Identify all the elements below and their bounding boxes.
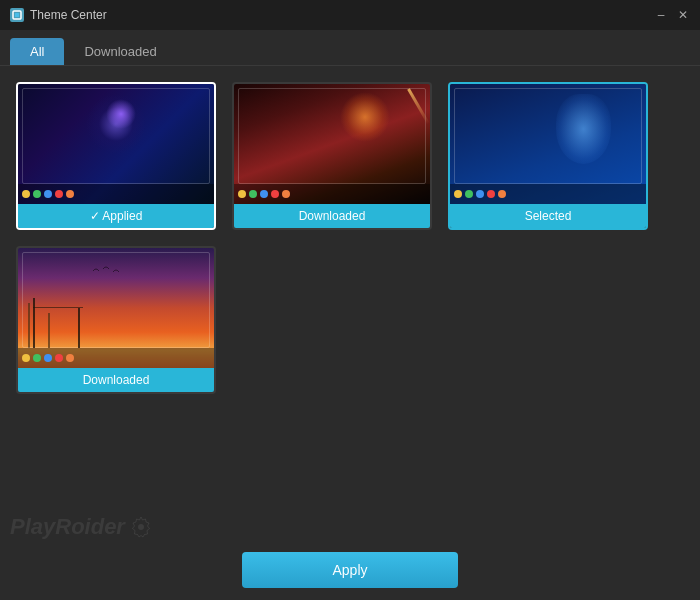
pole [33,298,35,348]
theme-grid: ✓ Applied Downloaded [0,66,700,410]
title-bar: Theme Center – ✕ [0,0,700,30]
monitor-frame [238,88,426,184]
app-icon [10,8,24,22]
apply-button[interactable]: Apply [242,552,457,588]
theme-thumbnail-sunset [18,248,214,368]
tab-bar: All Downloaded [0,30,700,66]
taskbar-dot [66,354,74,362]
theme-thumbnail-blue [450,84,646,204]
taskbar-galaxy [18,184,214,204]
taskbar-dot [465,190,473,198]
theme-thumbnail-galaxy [18,84,214,204]
taskbar-dot [55,354,63,362]
pole [78,308,80,348]
taskbar-dot [33,354,41,362]
title-bar-left: Theme Center [10,8,107,22]
taskbar-dot [282,190,290,198]
wire [33,307,83,308]
taskbar-dot [55,190,63,198]
birds-icon [88,263,128,278]
watermark-text: PlayRoider [10,514,125,540]
taskbar-dot [498,190,506,198]
theme-card-comet[interactable]: Downloaded [232,82,432,230]
theme-thumbnail-comet [234,84,430,204]
theme-label-galaxy: ✓ Applied [18,204,214,228]
monitor-frame [454,88,642,184]
taskbar-dot [249,190,257,198]
taskbar-dot [487,190,495,198]
footer: Apply [0,540,700,600]
taskbar-dot [454,190,462,198]
taskbar-comet [234,184,430,204]
taskbar-dot [476,190,484,198]
taskbar-dot [260,190,268,198]
close-button[interactable]: ✕ [676,8,690,22]
tab-downloaded[interactable]: Downloaded [64,38,176,65]
tab-all[interactable]: All [10,38,64,65]
theme-label-comet: Downloaded [234,204,430,228]
theme-card-sunset[interactable]: Downloaded [16,246,216,394]
taskbar-dot [22,354,30,362]
monitor-frame [22,88,210,184]
taskbar-sunset [18,348,214,368]
taskbar-dot [271,190,279,198]
title-bar-controls: – ✕ [654,8,690,22]
taskbar-dot [22,190,30,198]
theme-card-blue[interactable]: Selected [448,82,648,230]
taskbar-dot [44,354,52,362]
taskbar-dot [44,190,52,198]
gear-icon [129,515,153,539]
window-title: Theme Center [30,8,107,22]
svg-point-2 [138,524,144,530]
taskbar-dot [238,190,246,198]
taskbar-blue [450,184,646,204]
theme-label-sunset: Downloaded [18,368,214,392]
watermark: PlayRoider [10,514,153,540]
taskbar-dot [33,190,41,198]
taskbar-dot [66,190,74,198]
theme-card-galaxy[interactable]: ✓ Applied [16,82,216,230]
svg-rect-1 [15,13,19,17]
theme-label-blue: Selected [450,204,646,228]
minimize-button[interactable]: – [654,8,668,22]
